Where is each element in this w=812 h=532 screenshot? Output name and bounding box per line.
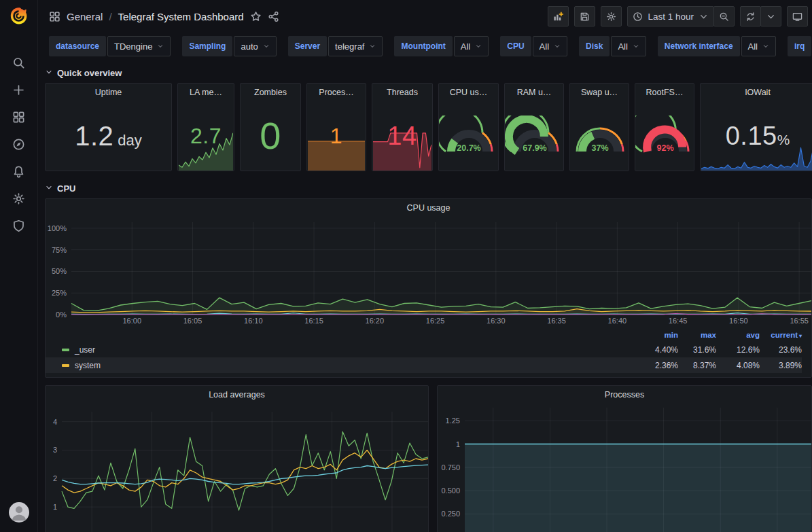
- legend-row-iowait[interactable]: iowait0.686%4.11%1.10%1.24%: [46, 373, 802, 378]
- legend-row-user[interactable]: _user4.40%31.6%12.6%23.6%: [46, 342, 802, 357]
- stat-panel-cpu-us: CPU us…20.7%: [438, 83, 499, 171]
- search-button[interactable]: [12, 56, 25, 69]
- refresh-interval-button[interactable]: [760, 6, 781, 26]
- configuration-button[interactable]: [12, 192, 25, 205]
- sort-chevron-icon: ▾: [799, 333, 802, 339]
- panel-title[interactable]: RootFS…: [635, 84, 694, 101]
- user-avatar[interactable]: [9, 502, 29, 522]
- variable-datasource: datasourceTDengine: [49, 36, 171, 56]
- refresh-button[interactable]: [740, 6, 761, 26]
- variable-server: Servertelegraf: [288, 36, 383, 56]
- y-axis-tick: 2: [46, 474, 57, 482]
- breadcrumb-separator: /: [109, 11, 111, 22]
- dashboard-settings-button[interactable]: [601, 6, 622, 26]
- y-axis-tick: 50%: [46, 267, 67, 275]
- add-panel-icon: [553, 12, 563, 22]
- admin-button[interactable]: [12, 219, 25, 232]
- series-name: iowait: [75, 376, 96, 378]
- legend-max-value: 31.6%: [678, 345, 716, 355]
- stat-panel-iowait: IOWait0.15%: [700, 83, 812, 171]
- panel-title[interactable]: Proces…: [307, 84, 366, 101]
- time-range-picker[interactable]: Last 1 hour: [627, 6, 714, 26]
- panel-title[interactable]: LA me…: [178, 84, 234, 101]
- create-button[interactable]: [12, 84, 25, 96]
- section-quick-overview[interactable]: Quick overview: [45, 63, 812, 83]
- legend-min-value: 4.40%: [639, 345, 678, 355]
- series-name: _user: [75, 345, 95, 355]
- svg-text:37%: 37%: [591, 143, 608, 153]
- legend-sort-max[interactable]: max: [678, 331, 716, 339]
- x-axis-tick: 16:10: [237, 317, 270, 325]
- y-axis-tick: 0.500: [438, 486, 460, 495]
- stat-panel-proces: Proces…1: [306, 83, 366, 171]
- variable-current-value: All: [540, 41, 549, 52]
- add-panel-button[interactable]: [548, 6, 569, 26]
- legend-sort-current[interactable]: current▾: [760, 331, 802, 339]
- panel-title[interactable]: Threads: [372, 84, 432, 101]
- variable-value-server[interactable]: telegraf: [328, 36, 383, 56]
- x-axis-tick: 16:45: [662, 317, 694, 325]
- stat-value: 14: [387, 123, 417, 149]
- variable-irq: irqAll: [788, 36, 812, 56]
- page-title: Telegraf System Dashboard: [118, 11, 244, 22]
- load-averages-chart[interactable]: 0123416:0016:1016:2016:3016:4016:50: [46, 404, 428, 532]
- x-axis-tick: 16:30: [480, 317, 512, 325]
- dashboards-button[interactable]: [12, 111, 25, 124]
- monitor-icon: [792, 12, 802, 22]
- x-axis-tick: 16:05: [177, 317, 209, 325]
- save-dashboard-button[interactable]: [574, 6, 595, 26]
- variable-value-disk[interactable]: All: [611, 36, 646, 56]
- section-cpu[interactable]: CPU: [45, 178, 812, 198]
- variable-sampling: Samplingauto: [182, 36, 276, 56]
- alerting-button[interactable]: [12, 165, 25, 178]
- share-icon[interactable]: [268, 11, 279, 22]
- stat-panel-threads: Threads14: [372, 83, 433, 171]
- cpu-usage-chart[interactable]: 0%25%50%75%100%16:0016:0516:1016:1516:20…: [46, 217, 811, 327]
- variable-current-value: auto: [241, 41, 258, 52]
- stat-value: 0.15%: [726, 123, 790, 149]
- y-axis-tick: 1: [438, 440, 460, 448]
- panel-title[interactable]: Uptime: [46, 84, 171, 101]
- time-range-label: Last 1 hour: [648, 12, 694, 22]
- panel-title[interactable]: RAM u…: [505, 84, 563, 101]
- panel-title[interactable]: Swap u…: [570, 84, 629, 101]
- variable-current-value: TDengine: [114, 41, 152, 52]
- cycle-view-button[interactable]: [787, 6, 808, 26]
- stat-panel-swap-u: Swap u…37%: [569, 83, 629, 171]
- variable-value-network-interface[interactable]: All: [741, 36, 776, 56]
- stat-value: 1: [330, 125, 342, 147]
- stat-panel-zombies: Zombies0: [240, 83, 301, 171]
- variable-value-cpu[interactable]: All: [533, 36, 567, 56]
- variable-value-datasource[interactable]: TDengine: [107, 36, 171, 56]
- star-icon[interactable]: [250, 11, 262, 22]
- chevron-down-icon: [263, 43, 270, 50]
- variable-cpu: CPUAll: [500, 36, 567, 56]
- stat-unit: day: [113, 132, 142, 149]
- processes-chart[interactable]: 0.2500.5000.75011.2516:0016:1016:2016:30…: [438, 404, 811, 532]
- zoom-out-time-button[interactable]: [713, 6, 735, 26]
- stat-body: 92%: [635, 101, 694, 171]
- panel-title[interactable]: IOWait: [701, 84, 812, 101]
- explore-button[interactable]: [12, 138, 25, 151]
- breadcrumb-section[interactable]: General: [67, 11, 103, 22]
- grafana-logo[interactable]: [10, 7, 28, 25]
- x-axis-tick: 16:55: [783, 317, 812, 325]
- legend-row-system[interactable]: system2.36%8.37%4.08%3.89%: [46, 357, 802, 373]
- stats-row: Uptime1.2 dayLA me…2.7Zombies0Proces…1Th…: [45, 83, 812, 171]
- variable-value-sampling[interactable]: auto: [234, 36, 276, 56]
- apps-icon: [49, 11, 60, 22]
- series-color-swatch: [62, 364, 69, 367]
- legend-sort-avg[interactable]: avg: [716, 331, 760, 339]
- legend-sort-min[interactable]: min: [639, 331, 678, 339]
- variable-value-mountpoint[interactable]: All: [454, 36, 489, 56]
- stat-value: 0: [260, 117, 281, 155]
- panel-title[interactable]: CPU usage: [46, 199, 811, 217]
- panel-title[interactable]: Load averages: [46, 386, 428, 404]
- panel-title[interactable]: Zombies: [241, 84, 300, 101]
- panel-title[interactable]: CPU us…: [439, 84, 498, 101]
- toolbar: Last 1 hour: [548, 6, 808, 26]
- stat-value: 1.2 day: [75, 122, 142, 149]
- panel-title[interactable]: Processes: [438, 386, 811, 404]
- legend-avg-value: 4.08%: [716, 361, 760, 370]
- cpu-usage-legend: minmaxavgcurrent▾_user4.40%31.6%12.6%23.…: [46, 328, 811, 378]
